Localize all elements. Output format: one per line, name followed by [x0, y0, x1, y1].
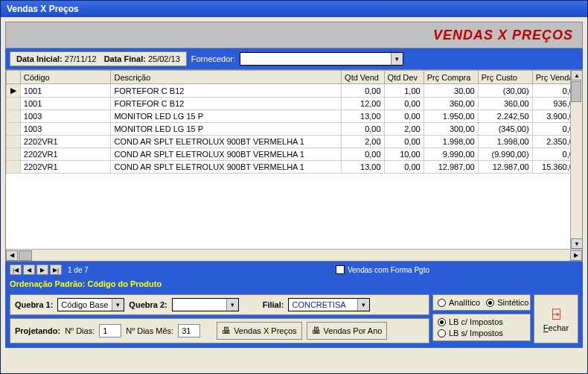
cell-prc_compra[interactable]: 300,00	[424, 123, 478, 136]
table-row[interactable]: 2202VR1COND AR SPLT ELETROLUX 900BT VERM…	[7, 161, 582, 174]
filial-label: Filial:	[263, 300, 284, 309]
quebra2-select[interactable]	[172, 298, 239, 311]
fechar-button[interactable]: ⍈ Fechar	[534, 294, 578, 343]
lb-sem-impostos-radio[interactable]	[438, 329, 446, 337]
ndias-input[interactable]: 1	[99, 324, 121, 337]
nav-next-button[interactable]: ▶	[36, 264, 48, 275]
chevron-down-icon[interactable]	[357, 299, 369, 311]
cell-codigo[interactable]: 1003	[20, 110, 111, 123]
quebra1-value: Código Base	[61, 300, 108, 309]
vertical-scrollbar[interactable]: ▲ ▼	[570, 70, 582, 249]
cell-codigo[interactable]: 1001	[20, 84, 111, 98]
window-title: Vendas X Preços	[7, 4, 79, 14]
cell-descricao[interactable]: MONITOR LED LG 15 P	[111, 110, 342, 123]
analitico-radio[interactable]	[438, 299, 446, 307]
cell-descricao[interactable]: COND AR SPLT ELETROLUX 900BT VERMELHA 1	[111, 148, 342, 161]
table-row[interactable]: 2202VR1COND AR SPLT ELETROLUX 900BT VERM…	[7, 148, 582, 161]
data-inicial-value: 27/11/12	[65, 54, 97, 63]
chevron-down-icon[interactable]	[226, 299, 238, 311]
cell-prc_compra[interactable]: 12.987,00	[424, 161, 478, 174]
cell-prc_compra[interactable]: 9.990,00	[424, 148, 478, 161]
cell-prc_custo[interactable]: (30,00)	[478, 84, 532, 98]
bottom-panel: Quebra 1: Código Base Quebra 2: Filial: …	[5, 290, 583, 348]
ndias-mes-value: 31	[182, 326, 191, 335]
cell-descricao[interactable]: MONITOR LED LG 15 P	[111, 123, 342, 136]
row-indicator	[7, 123, 21, 136]
cell-codigo[interactable]: 2202VR1	[20, 161, 111, 174]
col-prc-compra[interactable]: Prç Compra	[424, 71, 478, 84]
scroll-thumb-h[interactable]	[19, 250, 32, 261]
cell-qtd_dev[interactable]: 1,00	[384, 84, 424, 98]
cell-prc_compra[interactable]: 1.950,00	[424, 110, 478, 123]
cell-qtd_vend[interactable]: 2,00	[342, 136, 385, 148]
fornecedor-select[interactable]	[240, 52, 403, 66]
cell-prc_custo[interactable]: (9.990,00)	[478, 148, 532, 161]
cell-qtd_dev[interactable]: 0,00	[384, 98, 424, 110]
nav-first-button[interactable]: |◀	[10, 264, 22, 275]
horizontal-scrollbar[interactable]: ◀ ▶	[6, 249, 582, 261]
cell-descricao[interactable]: COND AR SPLT ELETROLUX 900BT VERMELHA 1	[111, 136, 342, 148]
table-row[interactable]: 1003MONITOR LED LG 15 P0,002,00300,00(34…	[7, 123, 582, 136]
cell-prc_compra[interactable]: 1.998,00	[424, 136, 478, 148]
cell-prc_custo[interactable]: 360,00	[478, 98, 532, 110]
table-row[interactable]: ▶1001FORTEFOR C B120,001,0030,00(30,00)0…	[7, 84, 582, 98]
cell-prc_custo[interactable]: 1.998,00	[478, 136, 532, 148]
lb-com-impostos-radio[interactable]	[438, 318, 446, 326]
col-qtd-vend[interactable]: Qtd Vend	[342, 71, 385, 84]
vendas-forma-pgto-label: Vendas com Forma Pgto	[348, 266, 429, 274]
nav-last-button[interactable]: ▶|	[50, 264, 62, 275]
vendas-por-ano-button[interactable]: 🖶 Vendas Por Ano	[307, 322, 388, 340]
cell-qtd_dev[interactable]: 0,00	[384, 161, 424, 174]
cell-codigo[interactable]: 1003	[20, 123, 111, 136]
ndias-mes-input[interactable]: 31	[178, 324, 200, 337]
cell-qtd_dev[interactable]: 0,00	[384, 110, 424, 123]
table-row[interactable]: 1003MONITOR LED LG 15 P13,000,001.950,00…	[7, 110, 582, 123]
sintetico-radio[interactable]	[486, 299, 494, 307]
cell-qtd_vend[interactable]: 12,00	[342, 98, 385, 110]
data-grid[interactable]: Código Descrição Qtd Vend Qtd Dev Prç Co…	[5, 69, 583, 262]
cell-prc_custo[interactable]: 12.987,00	[478, 161, 532, 174]
cell-descricao[interactable]: FORTEFOR C B12	[111, 98, 342, 110]
cell-qtd_dev[interactable]: 2,00	[384, 123, 424, 136]
nav-prev-button[interactable]: ◀	[23, 264, 35, 275]
analitico-label: Analítico	[449, 298, 480, 307]
col-codigo[interactable]: Código	[20, 71, 111, 84]
cell-prc_compra[interactable]: 360,00	[424, 98, 478, 110]
cell-qtd_vend[interactable]: 13,00	[342, 161, 385, 174]
cell-codigo[interactable]: 1001	[20, 98, 111, 110]
col-descricao[interactable]: Descrição	[111, 71, 342, 84]
cell-prc_custo[interactable]: (345,00)	[478, 123, 532, 136]
cell-descricao[interactable]: FORTEFOR C B12	[111, 84, 342, 98]
filial-select[interactable]: CONCRETISA	[288, 298, 370, 311]
scroll-up-icon[interactable]: ▲	[571, 70, 583, 80]
projetando-label: Projetando:	[15, 326, 60, 335]
cell-codigo[interactable]: 2202VR1	[20, 136, 111, 148]
cell-qtd_vend[interactable]: 0,00	[342, 148, 385, 161]
cell-qtd_dev[interactable]: 0,00	[384, 136, 424, 148]
data-final-label: Data Final:	[104, 54, 146, 63]
scroll-down-icon[interactable]: ▼	[571, 238, 583, 249]
scroll-thumb[interactable]	[571, 81, 581, 102]
cell-descricao[interactable]: COND AR SPLT ELETROLUX 900BT VERMELHA 1	[111, 161, 342, 174]
cell-prc_custo[interactable]: 2.242,50	[478, 110, 532, 123]
scroll-left-icon[interactable]: ◀	[6, 250, 18, 261]
col-prc-custo[interactable]: Prç Custo	[478, 71, 532, 84]
vendas-precos-button[interactable]: 🖶 Vendas X Preços	[217, 322, 301, 340]
chevron-down-icon[interactable]	[112, 299, 124, 311]
table-row[interactable]: 2202VR1COND AR SPLT ELETROLUX 900BT VERM…	[7, 136, 582, 148]
fornecedor-label: Fornecedor:	[191, 54, 235, 63]
cell-qtd_vend[interactable]: 13,00	[342, 110, 385, 123]
scroll-right-icon[interactable]: ▶	[570, 250, 582, 261]
table-row[interactable]: 1001FORTEFOR C B1212,000,00360,00360,009…	[7, 98, 582, 110]
quebra1-select[interactable]: Código Base	[57, 298, 124, 311]
cell-qtd_vend[interactable]: 0,00	[342, 123, 385, 136]
cell-codigo[interactable]: 2202VR1	[20, 148, 111, 161]
vendas-forma-pgto-checkbox[interactable]	[336, 265, 345, 274]
cell-prc_compra[interactable]: 30,00	[424, 84, 478, 98]
vendas-precos-button-label: Vendas X Preços	[234, 326, 296, 335]
cell-qtd_dev[interactable]: 10,00	[384, 148, 424, 161]
quebra2-label: Quebra 2:	[129, 300, 167, 309]
cell-qtd_vend[interactable]: 0,00	[342, 84, 385, 98]
chevron-down-icon[interactable]	[391, 53, 403, 65]
col-qtd-dev[interactable]: Qtd Dev	[384, 71, 424, 84]
